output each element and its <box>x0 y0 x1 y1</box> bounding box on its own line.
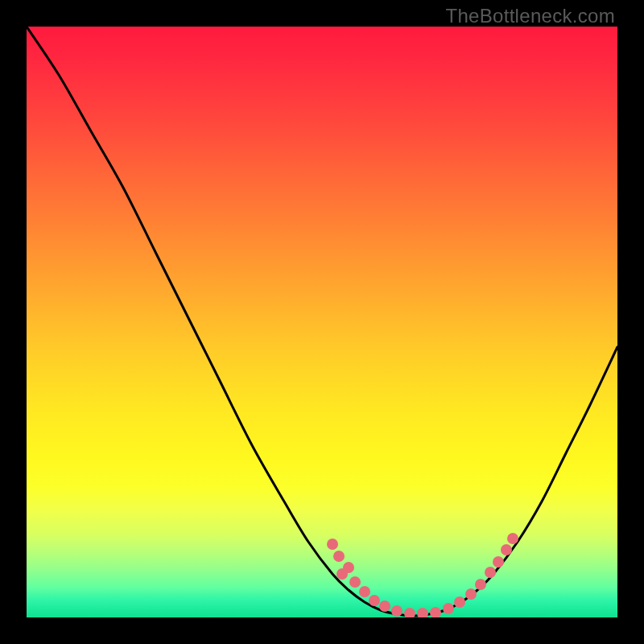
curve-marker <box>417 608 428 617</box>
curve-marker <box>336 568 348 580</box>
curve-marker <box>369 595 380 606</box>
curve-marker <box>454 597 465 608</box>
curve-marker <box>443 603 454 614</box>
curve-marker <box>485 567 496 578</box>
curve-marker <box>493 556 504 568</box>
curve-marker <box>404 608 415 617</box>
chart-plot-layer <box>27 27 617 617</box>
curve-marker <box>475 579 486 590</box>
curve-marker <box>507 533 518 544</box>
curve-marker <box>465 588 477 600</box>
curve-marker <box>391 605 402 617</box>
curve-markers <box>327 533 518 617</box>
curve-marker <box>359 586 370 597</box>
curve-marker <box>349 576 361 588</box>
curve-marker <box>333 551 345 562</box>
watermark-label: TheBottleneck.com <box>445 5 615 27</box>
curve-path <box>27 27 617 616</box>
curve-marker <box>430 607 441 617</box>
curve-marker <box>379 601 390 612</box>
bottleneck-curve <box>27 27 617 616</box>
curve-marker <box>501 544 512 555</box>
curve-marker <box>327 539 338 550</box>
chart-container: TheBottleneck.com <box>0 0 644 644</box>
